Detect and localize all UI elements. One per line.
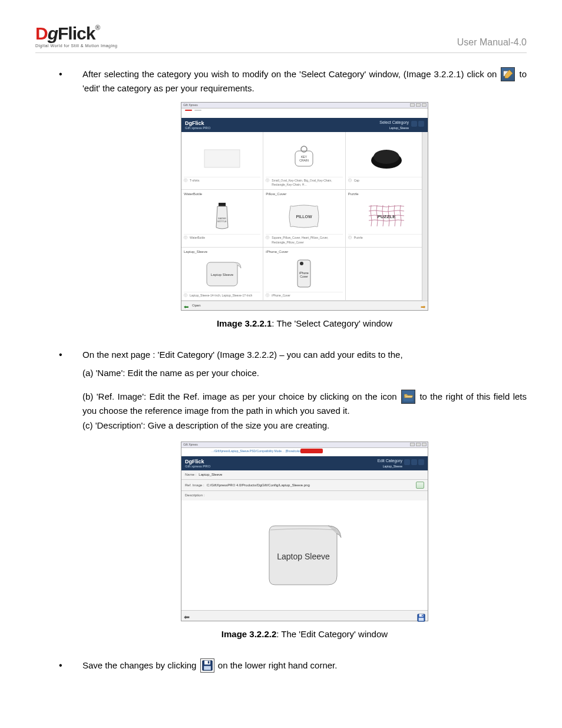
svg-rect-23 [422,614,423,616]
breadcrumb [185,110,201,111]
bullet-select-category: After selecting the category you wish to… [59,67,527,330]
ref-image-row: Ref. Image : C:/GiftXpressPRO 4.0/Produc… [181,480,428,491]
svg-text:BOTTLE: BOTTLE [217,220,227,223]
home-icon[interactable] [404,459,410,465]
next-icon[interactable]: ➡ [421,302,425,312]
sub-b: (b) 'Ref. Image': Edit the Ref. image as… [82,390,527,417]
category-cell[interactable] [346,248,428,301]
open-button[interactable]: Open [192,303,201,308]
description-row: Description : [181,491,428,500]
back-icon[interactable]: ⬅ [184,612,190,623]
category-cell[interactable]: T-shirts [181,132,263,190]
sub-a: (a) 'Name': Edit the name as per your ch… [82,366,527,380]
help-icon[interactable] [418,459,424,465]
bullet-save-changes: Save the changes by clicking on the lowe… [59,658,527,673]
logo: DgFlick® Digital World for Still & Motio… [35,24,117,48]
active-tab-indicator [300,449,323,453]
svg-text:PILLOW: PILLOW [296,215,313,219]
svg-rect-24 [419,618,424,621]
browse-icon [401,390,415,404]
svg-rect-1 [204,150,240,167]
name-field[interactable]: Laptop_Sleeve [199,472,222,477]
category-cell[interactable]: KEYCHAIN Small_Oval_Key-Chain, Big_Oval_… [263,132,345,190]
breadcrumb: …/GiftXpress/Laptop_Sleeve.PSD/Compatibi… [211,449,302,454]
save-icon[interactable] [417,612,425,620]
preview-label: Laptop Sleeve [277,552,330,561]
svg-text:Cover: Cover [300,275,309,278]
save-icon [200,658,214,673]
logo-tagline: Digital World for Still & Motion Imaging [35,44,117,48]
sub-c: (c) 'Description': Give a description of… [82,419,527,432]
name-row: Name : Laptop_Sleeve [181,470,428,480]
preview-area: Laptop Sleeve [181,500,428,610]
category-cell[interactable]: Cap [346,132,428,190]
edit-icon [501,67,515,81]
category-cell[interactable]: Pillow_Cover PILLOW Square_Pillow_Cover,… [263,190,345,248]
scrollbar[interactable] [422,132,428,301]
svg-text:PUZZLE: PUZZLE [378,214,396,219]
screenshot-edit-category: Gift Xpress …/GiftXpress/Laptop_Sleeve.P… [181,442,428,621]
figure-caption-2: Image 3.2.2.2: The 'Edit Category' windo… [82,627,527,641]
edit-tool-icon[interactable] [411,459,417,465]
category-cell[interactable]: Laptop_Sleeve Laptop Sleeve Laptop_Sleev… [181,248,263,301]
bullet-edit-category-intro: On the next page : 'Edit Category' (Imag… [59,348,527,641]
edit-tool-icon[interactable] [411,121,417,127]
ref-image-field[interactable]: C:/GiftXpressPRO 4.0/Products/DgGift/Con… [207,483,310,488]
svg-text:Laptop Sleeve: Laptop Sleeve [211,273,234,276]
svg-rect-28 [204,666,211,670]
svg-point-7 [373,150,399,164]
svg-point-17 [300,262,303,265]
screenshot-select-category: Gift Xpress DgFlick Gift xpress PRO [181,102,428,311]
help-icon[interactable] [418,121,424,127]
window-controls[interactable] [410,103,427,107]
back-icon[interactable]: ⬅ [184,302,189,312]
svg-rect-8 [219,203,226,206]
svg-rect-26 [204,661,210,665]
category-cell[interactable]: iPhone_Cover iPhoneCover iPhone_Cover [263,248,345,301]
svg-rect-27 [207,661,209,663]
page-header: DgFlick® Digital World for Still & Motio… [35,24,527,53]
manual-version: User Manual-4.0 [457,37,527,48]
browse-button[interactable] [416,482,424,489]
svg-text:CHAIN: CHAIN [300,159,309,162]
category-cell[interactable]: WaterBottle WATERBOTTLE WaterBottle [181,190,263,248]
window-controls[interactable] [410,443,427,446]
figure-caption-1: Image 3.2.2.1: The 'Select Category' win… [82,317,527,330]
category-cell[interactable]: Puzzle PUZZLE Puzzle [346,190,428,248]
